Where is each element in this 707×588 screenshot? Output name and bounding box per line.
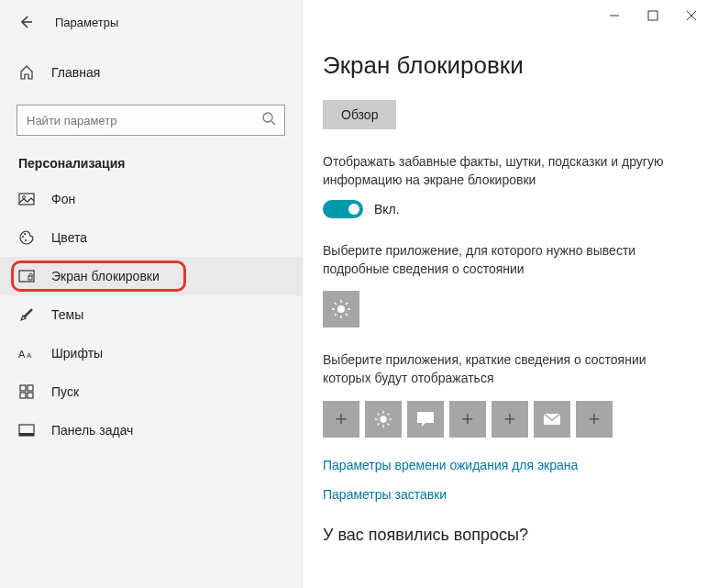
nav-label: Пуск	[51, 384, 79, 399]
svg-text:A: A	[27, 351, 32, 360]
picture-icon	[18, 191, 35, 207]
sidebar: Параметры Главная Персонализация Фон Цве…	[0, 0, 303, 588]
quick-status-tile-6[interactable]	[534, 401, 570, 438]
search-input[interactable]	[17, 105, 285, 136]
svg-point-2	[23, 196, 26, 199]
page-title: Экран блокировки	[323, 51, 687, 80]
window-title: Параметры	[55, 16, 118, 29]
home-icon	[18, 64, 35, 81]
close-button[interactable]	[685, 9, 698, 22]
svg-rect-13	[28, 393, 33, 398]
svg-rect-16	[648, 11, 657, 20]
main-content: Экран блокировки Обзор Отображать забавн…	[303, 0, 707, 588]
svg-point-17	[337, 305, 345, 313]
svg-line-34	[378, 423, 380, 425]
home-label: Главная	[51, 65, 100, 80]
sidebar-item-fonts[interactable]: AA Шрифты	[0, 334, 302, 372]
window-controls	[608, 9, 698, 22]
quick-status-tile-5[interactable]: +	[492, 401, 528, 438]
maximize-button[interactable]	[646, 9, 659, 22]
quick-apps-description: Выберите приложения, краткие сведения о …	[323, 351, 687, 387]
nav-label: Шрифты	[51, 346, 103, 361]
back-button[interactable]	[17, 13, 35, 31]
plus-icon: +	[336, 407, 348, 431]
message-icon	[416, 411, 435, 427]
nav-label: Экран блокировки	[51, 269, 160, 283]
taskbar-icon	[18, 422, 35, 438]
svg-rect-11	[28, 385, 33, 391]
svg-line-24	[346, 303, 348, 305]
brush-icon	[18, 306, 35, 323]
sidebar-item-themes[interactable]: Темы	[0, 295, 302, 334]
svg-rect-10	[20, 385, 26, 391]
section-heading: Персонализация	[0, 136, 302, 180]
detailed-status-app-tile[interactable]	[323, 291, 359, 327]
sidebar-item-background[interactable]: Фон	[0, 180, 302, 218]
mail-icon	[543, 413, 561, 426]
screen-timeout-link[interactable]: Параметры времени ожидания для экрана	[323, 458, 687, 472]
arrow-left-icon	[18, 15, 33, 29]
lockscreen-icon	[18, 268, 35, 284]
plus-icon: +	[589, 407, 601, 431]
minimize-button[interactable]	[608, 9, 621, 22]
quick-status-tile-3[interactable]	[407, 401, 444, 438]
palette-icon	[18, 229, 35, 246]
fun-facts-toggle[interactable]	[323, 200, 363, 218]
sidebar-item-home[interactable]: Главная	[0, 55, 302, 90]
fonts-icon: AA	[18, 345, 35, 361]
nav-label: Фон	[51, 192, 75, 206]
fun-facts-description: Отображать забавные факты, шутки, подска…	[323, 153, 687, 189]
svg-line-31	[378, 413, 380, 415]
screensaver-link[interactable]: Параметры заставки	[323, 487, 687, 502]
quick-status-tile-2[interactable]	[365, 401, 402, 438]
nav-label: Панель задач	[51, 423, 133, 438]
nav-label: Темы	[51, 307, 83, 322]
plus-icon: +	[504, 407, 516, 431]
search-container	[17, 105, 285, 136]
svg-line-22	[335, 303, 337, 305]
svg-point-0	[263, 113, 272, 122]
svg-point-26	[380, 416, 386, 422]
fun-facts-toggle-row: Вкл.	[323, 200, 687, 218]
toggle-knob	[348, 204, 359, 215]
search-icon	[261, 111, 276, 129]
svg-line-33	[388, 413, 390, 415]
svg-line-25	[335, 314, 337, 316]
quick-status-tile-7[interactable]: +	[576, 401, 613, 438]
help-heading: У вас появились вопросы?	[323, 526, 687, 545]
weather-icon	[331, 299, 351, 319]
svg-rect-15	[19, 433, 34, 436]
overview-button[interactable]: Обзор	[323, 100, 396, 129]
toggle-state-label: Вкл.	[374, 202, 400, 216]
quick-status-tile-1[interactable]: +	[323, 401, 359, 438]
start-icon	[18, 383, 35, 400]
sidebar-item-lockscreen[interactable]: Экран блокировки	[0, 257, 302, 295]
svg-point-3	[22, 236, 24, 238]
sidebar-item-taskbar[interactable]: Панель задач	[0, 411, 302, 449]
svg-text:A: A	[18, 349, 26, 360]
plus-icon: +	[462, 407, 474, 431]
svg-point-5	[25, 239, 27, 241]
quick-status-tile-4[interactable]: +	[449, 401, 486, 438]
svg-line-32	[388, 423, 390, 425]
svg-rect-7	[28, 276, 32, 280]
sidebar-item-colors[interactable]: Цвета	[0, 218, 302, 257]
svg-rect-12	[20, 393, 26, 398]
svg-point-4	[24, 233, 26, 235]
sidebar-item-start[interactable]: Пуск	[0, 372, 302, 411]
weather-icon	[374, 410, 392, 428]
svg-line-23	[346, 314, 348, 316]
nav-label: Цвета	[51, 230, 87, 245]
titlebar: Параметры	[0, 0, 302, 39]
detailed-app-description: Выберите приложение, для которого нужно …	[323, 242, 687, 278]
